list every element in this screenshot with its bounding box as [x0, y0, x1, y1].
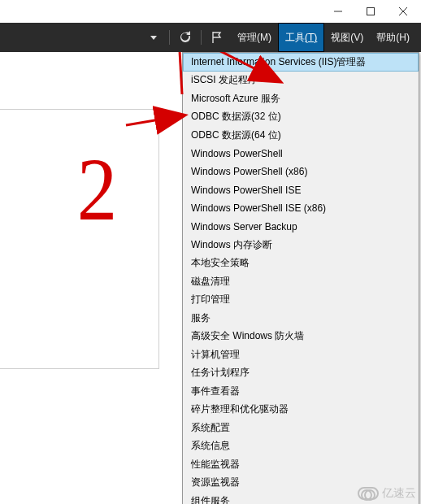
dropdown-item[interactable]: 计算机管理	[183, 345, 419, 364]
maximize-button[interactable]	[354, 2, 387, 21]
dropdown-item[interactable]: 系统信息	[183, 437, 419, 456]
dropdown-item[interactable]: Windows Server Backup	[183, 218, 419, 237]
menu-item-mnemonic: (T)	[305, 32, 317, 43]
close-icon	[398, 7, 408, 16]
refresh-icon[interactable]	[176, 28, 194, 46]
menu-item-视图[interactable]: 视图(V)	[324, 23, 370, 52]
menu-item-label: 管理	[237, 31, 257, 45]
dropdown-item[interactable]: ODBC 数据源(32 位)	[183, 108, 419, 127]
flag-icon[interactable]	[208, 28, 226, 46]
close-button[interactable]	[387, 2, 419, 21]
window-titlebar	[0, 0, 421, 23]
minimize-button[interactable]	[322, 2, 354, 21]
dropdown-item[interactable]: 本地安全策略	[183, 254, 419, 273]
dropdown-item[interactable]: Windows PowerShell ISE (x86)	[183, 199, 419, 218]
watermark: 亿速云	[358, 486, 416, 501]
dropdown-item[interactable]: ODBC 数据源(64 位)	[183, 126, 419, 145]
menu-bar: 管理(M)工具(T)视图(V)帮助(H)	[231, 23, 416, 52]
menu-item-mnemonic: (M)	[257, 32, 271, 43]
dropdown-item[interactable]: iSCSI 发起程序	[183, 72, 419, 90]
menu-item-mnemonic: (H)	[396, 32, 410, 43]
dropdown-item[interactable]: Internet Information Services (IIS)管理器	[183, 53, 419, 72]
main-toolbar: 管理(M)工具(T)视图(V)帮助(H)	[0, 23, 421, 52]
maximize-icon	[366, 7, 375, 16]
annotation-number: 2	[77, 138, 118, 241]
menu-item-label: 帮助	[376, 31, 396, 45]
watermark-text: 亿速云	[382, 486, 416, 501]
menu-item-管理[interactable]: 管理(M)	[231, 23, 278, 52]
dropdown-item[interactable]: Windows PowerShell	[183, 145, 419, 163]
dropdown-item[interactable]: 任务计划程序	[183, 364, 419, 383]
menu-item-label: 工具	[285, 31, 305, 45]
dropdown-item[interactable]: Windows PowerShell (x86)	[183, 163, 419, 181]
dropdown-item[interactable]: Windows 内存诊断	[183, 236, 419, 254]
dropdown-item[interactable]: 磁盘清理	[183, 272, 419, 291]
watermark-logo-icon	[358, 487, 379, 500]
menu-item-工具[interactable]: 工具(T)	[278, 23, 324, 52]
minimize-icon	[333, 7, 343, 16]
toolbar-icon-group	[145, 28, 226, 46]
dropdown-item[interactable]: 碎片整理和优化驱动器	[183, 401, 419, 419]
svg-marker-4	[150, 36, 157, 40]
dropdown-caret-icon[interactable]	[145, 28, 163, 46]
menu-item-label: 视图	[331, 31, 350, 45]
dropdown-item[interactable]: 高级安全 Windows 防火墙	[183, 328, 419, 346]
separator	[169, 30, 170, 45]
menu-item-帮助[interactable]: 帮助(H)	[370, 23, 416, 52]
svg-rect-1	[367, 8, 375, 15]
content-area: Internet Information Services (IIS)管理器iS…	[0, 52, 421, 504]
dropdown-item[interactable]: Windows PowerShell ISE	[183, 181, 419, 200]
dropdown-item[interactable]: 系统配置	[183, 419, 419, 437]
dropdown-item[interactable]: Microsoft Azure 服务	[183, 89, 419, 108]
tools-dropdown-menu: Internet Information Services (IIS)管理器iS…	[182, 52, 419, 504]
dropdown-item[interactable]: 性能监视器	[183, 455, 419, 474]
dropdown-item[interactable]: 服务	[183, 309, 419, 328]
menu-item-mnemonic: (V)	[350, 32, 363, 43]
dropdown-item[interactable]: 打印管理	[183, 291, 419, 310]
separator	[201, 30, 202, 45]
dropdown-item[interactable]: 事件查看器	[183, 382, 419, 401]
